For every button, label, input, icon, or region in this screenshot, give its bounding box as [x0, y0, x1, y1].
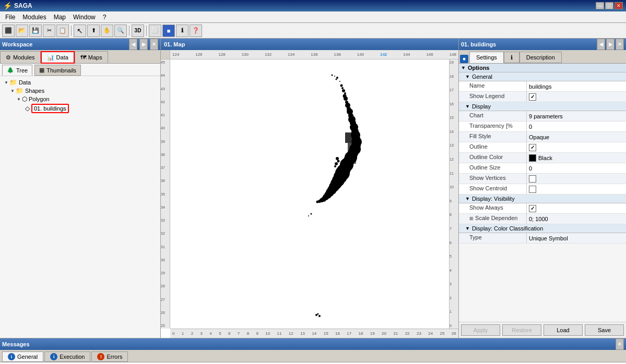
restore-button[interactable]: Restore: [502, 324, 541, 336]
toolbar-btn-pointer[interactable]: ↖: [74, 25, 86, 37]
ruler-bottom: 0123456789101112131415161718192021222324…: [170, 329, 458, 338]
tab-info-icon: ℹ: [511, 54, 513, 61]
prop-outline-label: Outline: [459, 142, 527, 152]
menu-help[interactable]: ?: [100, 13, 110, 22]
buildings-layer: [308, 75, 362, 318]
tree-icon: 🌲: [7, 67, 14, 74]
tree-node-polygon[interactable]: ▼ ⬡ Polygon: [2, 95, 158, 103]
polygon-icon: ⬡: [22, 95, 27, 103]
workspace-nav-left[interactable]: ◀: [129, 39, 137, 50]
show-legend-checkbox[interactable]: [529, 93, 536, 101]
execution-icon: i: [50, 353, 57, 360]
ruler-top: 124126128130132134136138140142144146148: [161, 50, 458, 59]
toolbar-btn-hand[interactable]: ✋: [101, 25, 113, 37]
section-color-toggle: ▼: [465, 226, 470, 231]
toolbar-btn-open[interactable]: 📂: [16, 25, 28, 37]
toolbar-btn-copy[interactable]: 📋: [56, 25, 69, 37]
toolbar-btn-select[interactable]: ■: [162, 25, 175, 37]
menu-file[interactable]: File: [2, 13, 18, 22]
menu-map[interactable]: Map: [51, 13, 69, 22]
tree-tab-label: Tree: [16, 67, 28, 74]
workspace-nav-right[interactable]: ▶: [139, 39, 148, 50]
settings-content: ▼ Options ▼ General Name buildings Show …: [459, 64, 626, 322]
prop-outline-value[interactable]: [527, 142, 626, 152]
show-centroid-checkbox[interactable]: [529, 186, 536, 193]
tab-maps-label: Maps: [88, 54, 102, 60]
thumbnails-icon: ▦: [39, 67, 44, 74]
prop-show-centroid-value[interactable]: [527, 184, 626, 194]
tab-description[interactable]: Description: [519, 52, 562, 63]
menu-window[interactable]: Window: [70, 13, 99, 22]
tab-data[interactable]: 📊 Data: [41, 51, 75, 64]
prop-show-always-value[interactable]: [527, 203, 626, 213]
show-vertices-checkbox[interactable]: [529, 175, 536, 183]
toolbar-sep-3: [146, 26, 147, 36]
prop-show-legend-value[interactable]: [527, 92, 626, 102]
tab-settings[interactable]: Settings: [469, 52, 504, 63]
toolbar-btn-up[interactable]: ⬆: [87, 25, 100, 37]
section-visibility[interactable]: ▼ Display: Visibility: [459, 195, 626, 203]
tree-tab-tree[interactable]: 🌲 Tree: [2, 65, 32, 76]
toolbar-btn-help[interactable]: ❓: [190, 25, 202, 37]
toolbar-btn-layout[interactable]: ⬜: [149, 25, 161, 37]
prop-name-value: buildings: [527, 81, 626, 91]
section-display[interactable]: ▼ Display: [459, 102, 626, 111]
msg-tab-execution[interactable]: i Execution: [44, 351, 90, 362]
load-button[interactable]: Load: [544, 324, 583, 336]
toolbar-btn-new[interactable]: ⬛: [2, 25, 15, 37]
prop-show-vertices-value[interactable]: [527, 174, 626, 184]
data-icon: 📊: [47, 54, 54, 61]
settings-nav-right[interactable]: ▶: [606, 39, 615, 50]
msg-tab-general[interactable]: i General: [2, 351, 43, 362]
menu-modules[interactable]: Modules: [19, 13, 49, 22]
toolbar-btn-3d[interactable]: 3D: [132, 25, 144, 37]
tree-arrow-shapes: ▼: [10, 89, 15, 93]
tab-modules[interactable]: ⚙ Modules: [0, 51, 41, 63]
settings-close[interactable]: ✕: [616, 39, 624, 50]
settings-nav-left[interactable]: ◀: [597, 39, 605, 50]
tree-label-shapes: Shapes: [25, 88, 44, 94]
outline-color-swatch[interactable]: [529, 154, 536, 162]
svg-rect-44: [348, 143, 357, 154]
show-always-checkbox[interactable]: [529, 205, 536, 212]
toolbar-btn-info[interactable]: ℹ: [176, 25, 188, 37]
settings-panel: 01. buildings ◀ ▶ ✕ ■ Settings ℹ Descrip…: [459, 39, 626, 338]
apply-button[interactable]: Apply: [461, 324, 500, 336]
messages-close[interactable]: ✕: [616, 338, 624, 350]
outline-checkbox[interactable]: [529, 144, 536, 151]
tree-node-shapes[interactable]: ▼ 📁 Shapes: [2, 87, 158, 95]
close-button[interactable]: ✕: [615, 2, 623, 9]
prop-transparency-label: Transparency [%: [459, 122, 527, 131]
maximize-button[interactable]: □: [605, 2, 613, 9]
tab-info[interactable]: ℹ: [504, 52, 519, 63]
prop-outline-size-value: 0: [527, 163, 626, 173]
msg-tab-errors[interactable]: ! Errors: [91, 351, 128, 362]
tree-node-data[interactable]: ▼ 📁 Data: [2, 78, 158, 87]
tab-maps[interactable]: 🗺 Maps: [75, 51, 108, 63]
section-general[interactable]: ▼ General: [459, 72, 626, 81]
prop-chart-value: 9 parameters: [527, 111, 626, 121]
app-title: SAGA: [14, 2, 32, 9]
layer-icon: ◇: [25, 105, 30, 112]
svg-point-53: [335, 162, 338, 165]
prop-show-legend-label: Show Legend: [459, 92, 527, 102]
toolbar-btn-save[interactable]: 💾: [29, 25, 42, 37]
section-options[interactable]: ▼ Options: [459, 64, 626, 72]
tree-tab-thumbnails[interactable]: ▦ Thumbnails: [34, 65, 81, 76]
tree-node-buildings[interactable]: ◇ 01. buildings: [2, 103, 158, 114]
workspace-close[interactable]: ✕: [150, 39, 158, 50]
tree-tabs: 🌲 Tree ▦ Thumbnails: [0, 64, 160, 76]
map-header: 01. Map: [161, 39, 458, 50]
map-viewport[interactable]: [170, 59, 458, 329]
section-options-toggle: ▼: [461, 65, 466, 70]
toolbar-btn-zoom[interactable]: 🔍: [114, 25, 127, 37]
section-color-class[interactable]: ▼ Display: Color Classification: [459, 224, 626, 233]
save-button[interactable]: Save: [585, 324, 624, 336]
svg-point-50: [308, 215, 309, 216]
minimize-button[interactable]: —: [596, 2, 604, 9]
tab-settings-label: Settings: [476, 54, 497, 60]
toolbar-btn-cut[interactable]: ✂: [43, 25, 55, 37]
main-layout: Workspace ◀ ▶ ✕ ⚙ Modules 📊 Data 🗺 Maps: [0, 39, 626, 338]
prop-outline-color-value[interactable]: Black: [527, 153, 626, 163]
prop-fill-style-label: Fill Style: [459, 132, 527, 142]
